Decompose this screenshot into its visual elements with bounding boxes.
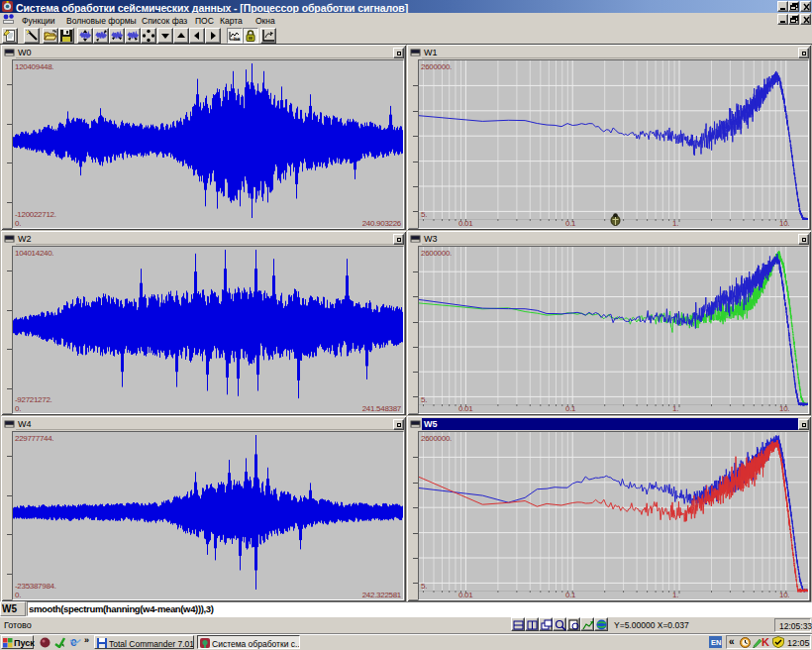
svg-text:ba: ba	[234, 36, 241, 42]
